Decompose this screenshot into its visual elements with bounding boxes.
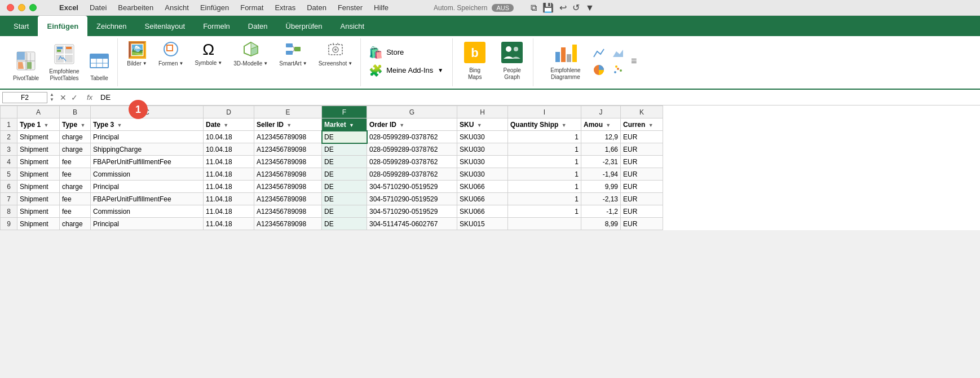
- cell-g3[interactable]: 028-0599289-0378762: [367, 143, 457, 156]
- cell-e9[interactable]: A123456789098: [254, 218, 322, 230]
- cell-a5[interactable]: Shipment: [17, 168, 60, 181]
- cell-k4[interactable]: EUR: [621, 156, 663, 168]
- 3d-modelle-button[interactable]: 3D-Modelle ▼: [230, 38, 271, 69]
- col-header-g[interactable]: G: [367, 106, 457, 118]
- col-header-d[interactable]: D: [204, 106, 254, 118]
- einfuegen-menu[interactable]: Einfügen: [200, 3, 229, 12]
- name-box[interactable]: [2, 92, 47, 103]
- cell-h8[interactable]: SKU066: [457, 205, 508, 218]
- customize-icon[interactable]: ▼: [585, 3, 594, 13]
- more-charts-button[interactable]: ≡: [629, 54, 639, 68]
- cell-f9[interactable]: DE: [322, 218, 367, 230]
- cell-c5[interactable]: Commission: [91, 168, 204, 181]
- cell-b6[interactable]: charge: [60, 181, 91, 193]
- cell-k6[interactable]: EUR: [621, 181, 663, 193]
- cell-e2[interactable]: A123456789098: [254, 131, 322, 143]
- cell-f4[interactable]: DE: [322, 156, 367, 168]
- cell-e5[interactable]: A123456789098: [254, 168, 322, 181]
- scatter-chart-button[interactable]: [610, 63, 626, 77]
- cell-h5[interactable]: SKU030: [457, 168, 508, 181]
- name-box-up[interactable]: ▲: [50, 93, 54, 97]
- tab-zeichnen[interactable]: Zeichnen: [87, 16, 135, 36]
- cancel-formula-button[interactable]: ✕: [59, 93, 68, 102]
- filter-a1[interactable]: ▼: [43, 122, 48, 128]
- cell-f6[interactable]: DE: [322, 181, 367, 193]
- cell-h7[interactable]: SKU066: [457, 193, 508, 205]
- col-header-j[interactable]: J: [581, 106, 621, 118]
- cell-i8[interactable]: 1: [508, 205, 581, 218]
- cell-b5[interactable]: fee: [60, 168, 91, 181]
- filter-j1[interactable]: ▼: [606, 122, 611, 128]
- cell-b7[interactable]: fee: [60, 193, 91, 205]
- cell-c2[interactable]: Principal: [91, 131, 204, 143]
- filter-g1[interactable]: ▼: [399, 122, 404, 128]
- cell-j5[interactable]: -1,94: [581, 168, 621, 181]
- cell-e3[interactable]: A123456789098: [254, 143, 322, 156]
- filter-b1[interactable]: ▼: [80, 122, 85, 128]
- cell-g5[interactable]: 028-0599289-0378762: [367, 168, 457, 181]
- cell-i9[interactable]: [508, 218, 581, 230]
- cell-a8[interactable]: Shipment: [17, 205, 60, 218]
- cell-e4[interactable]: A123456789098: [254, 156, 322, 168]
- cell-i5[interactable]: 1: [508, 168, 581, 181]
- cell-h4[interactable]: SKU030: [457, 156, 508, 168]
- filter-f1[interactable]: ▼: [349, 122, 354, 128]
- addins-button[interactable]: 🧩 Meine Add-Ins ▼: [367, 63, 445, 78]
- cell-b9[interactable]: charge: [60, 218, 91, 230]
- cell-a7[interactable]: Shipment: [17, 193, 60, 205]
- cell-k7[interactable]: EUR: [621, 193, 663, 205]
- cell-h3[interactable]: SKU030: [457, 143, 508, 156]
- save-icon[interactable]: 💾: [542, 2, 554, 13]
- cell-c6[interactable]: Principal: [91, 181, 204, 193]
- redo-icon[interactable]: ↺: [572, 2, 580, 13]
- cell-b2[interactable]: charge: [60, 131, 91, 143]
- cell-f5[interactable]: DE: [322, 168, 367, 181]
- filter-e1[interactable]: ▼: [286, 122, 292, 128]
- cell-g1[interactable]: Order ID ▼: [367, 118, 457, 131]
- col-header-e[interactable]: E: [254, 106, 322, 118]
- cell-i4[interactable]: 1: [508, 156, 581, 168]
- store-button[interactable]: 🛍️ Store: [367, 45, 406, 60]
- cell-e8[interactable]: A123456789098: [254, 205, 322, 218]
- screenshot-button[interactable]: Screenshot ▼: [315, 38, 356, 69]
- cell-h6[interactable]: SKU066: [457, 181, 508, 193]
- col-header-f[interactable]: F: [322, 106, 367, 118]
- cell-d8[interactable]: 11.04.18: [204, 205, 254, 218]
- cell-e6[interactable]: A123456789098: [254, 181, 322, 193]
- cell-i3[interactable]: 1: [508, 143, 581, 156]
- cell-g4[interactable]: 028-0599289-0378762: [367, 156, 457, 168]
- cell-k9[interactable]: EUR: [621, 218, 663, 230]
- cell-k2[interactable]: EUR: [621, 131, 663, 143]
- cell-a6[interactable]: Shipment: [17, 181, 60, 193]
- line-chart-button[interactable]: [590, 46, 607, 60]
- cell-j3[interactable]: 1,66: [581, 143, 621, 156]
- pivottable-button[interactable]: PivotTable: [9, 49, 43, 84]
- smartart-button[interactable]: SmartArt ▼: [276, 38, 310, 69]
- col-header-h[interactable]: H: [457, 106, 508, 118]
- tab-formeln[interactable]: Formeln: [194, 16, 239, 36]
- cell-b8[interactable]: fee: [60, 205, 91, 218]
- formula-input[interactable]: [98, 93, 978, 102]
- undo-icon[interactable]: ↩: [559, 2, 567, 13]
- autosave-toggle[interactable]: AUS: [492, 4, 514, 12]
- cell-j7[interactable]: -2,13: [581, 193, 621, 205]
- ansicht-menu[interactable]: Ansicht: [165, 3, 189, 12]
- cell-b4[interactable]: fee: [60, 156, 91, 168]
- cell-f1[interactable]: Market ▼: [322, 118, 367, 131]
- tab-daten[interactable]: Daten: [239, 16, 277, 36]
- cell-j4[interactable]: -2,31: [581, 156, 621, 168]
- cell-i6[interactable]: 1: [508, 181, 581, 193]
- tab-ansicht[interactable]: Ansicht: [332, 16, 374, 36]
- cell-j1[interactable]: Amou ▼: [581, 118, 621, 131]
- cell-f2[interactable]: DE: [322, 131, 367, 143]
- bilder-button[interactable]: 🖼️ Bilder ▼: [123, 38, 151, 69]
- format-menu[interactable]: Format: [240, 3, 263, 12]
- cell-h1[interactable]: SKU ▼: [457, 118, 508, 131]
- tabelle-button[interactable]: Tabelle: [86, 49, 113, 84]
- tab-seitenlayout[interactable]: Seitenlayout: [136, 16, 195, 36]
- cell-i1[interactable]: Quantity Shipp ▼: [508, 118, 581, 131]
- cell-k1[interactable]: Curren ▼: [621, 118, 663, 131]
- formen-button[interactable]: Formen ▼: [155, 38, 187, 69]
- name-box-down[interactable]: ▼: [50, 98, 54, 102]
- new-window-icon[interactable]: ⧉: [531, 3, 537, 13]
